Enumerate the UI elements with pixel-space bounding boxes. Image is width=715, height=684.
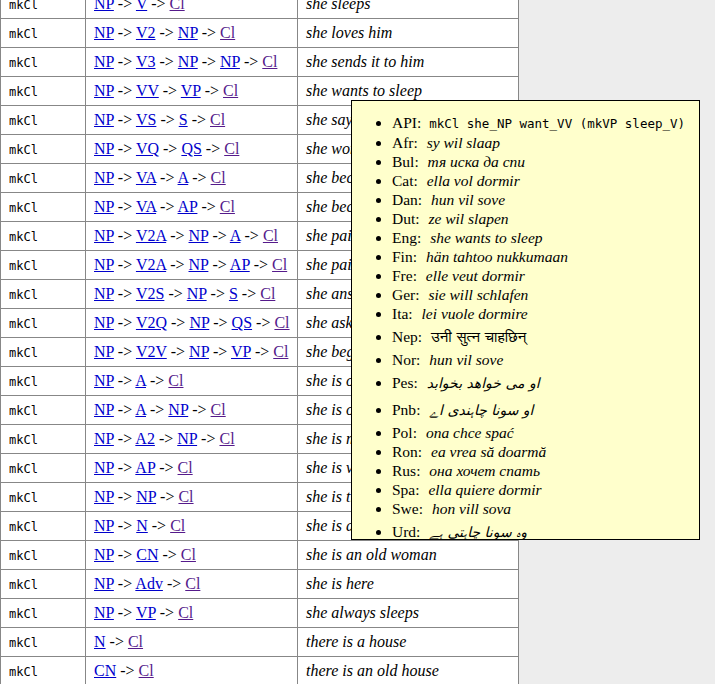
category-link[interactable]: A [135, 372, 146, 389]
category-link[interactable]: Cl [260, 285, 275, 302]
category-link[interactable]: V2V [136, 343, 167, 360]
category-link[interactable]: S [229, 285, 238, 302]
category-link[interactable]: Cl [181, 546, 196, 563]
category-link[interactable]: A2 [135, 430, 155, 447]
category-link[interactable]: NP [94, 169, 114, 186]
category-link[interactable]: NP [189, 343, 209, 360]
category-link[interactable]: NP [94, 53, 114, 70]
category-link[interactable]: NP [94, 227, 114, 244]
rule-arrow: -> [114, 517, 136, 534]
category-link[interactable]: Cl [168, 372, 183, 389]
category-link[interactable]: Cl [272, 256, 287, 273]
category-link[interactable]: Cl [170, 517, 185, 534]
category-link[interactable]: V2A [136, 227, 166, 244]
category-link[interactable]: V2A [136, 256, 166, 273]
category-link[interactable]: NP [94, 343, 114, 360]
category-link[interactable]: Cl [178, 604, 193, 621]
category-link[interactable]: NP [94, 546, 114, 563]
category-link[interactable]: A [178, 169, 189, 186]
translation-item: Bul тя иска да спи [392, 153, 693, 171]
category-link[interactable]: NP [94, 604, 114, 621]
category-link[interactable]: QS [181, 140, 201, 157]
category-link[interactable]: VS [136, 111, 156, 128]
category-link[interactable]: NP [189, 227, 209, 244]
category-link[interactable]: NP [94, 401, 114, 418]
category-link[interactable]: NP [94, 24, 114, 41]
category-link[interactable]: Cl [274, 314, 289, 331]
category-link[interactable]: AP [135, 459, 155, 476]
category-link[interactable]: VA [136, 169, 156, 186]
category-link[interactable]: NP [189, 314, 209, 331]
category-link[interactable]: Cl [224, 140, 239, 157]
category-link[interactable]: S [179, 111, 188, 128]
category-link[interactable]: AP [230, 256, 250, 273]
category-link[interactable]: N [136, 517, 148, 534]
category-link[interactable]: NP [189, 256, 209, 273]
category-link[interactable]: NP [94, 488, 114, 505]
category-link[interactable]: NP [94, 372, 114, 389]
category-link[interactable]: NP [94, 517, 114, 534]
category-link[interactable]: NP [94, 140, 114, 157]
category-link[interactable]: N [94, 633, 106, 650]
category-link[interactable]: Cl [139, 662, 154, 679]
category-link[interactable]: Cl [210, 111, 225, 128]
table-row: mkCl NP -> V3 -> NP -> NP -> Cl she send… [1, 48, 519, 77]
rule-arrow: -> [114, 111, 136, 128]
category-link[interactable]: VP [181, 82, 201, 99]
category-link[interactable]: Cl [273, 343, 288, 360]
category-link[interactable]: Adv [135, 575, 163, 592]
category-link[interactable]: QS [232, 314, 252, 331]
category-link[interactable]: CN [94, 662, 116, 679]
category-link[interactable]: CN [136, 546, 158, 563]
category-link[interactable]: Cl [178, 459, 193, 476]
category-link[interactable]: Cl [170, 0, 185, 12]
rule-arrow: -> [238, 285, 260, 302]
category-link[interactable]: Cl [263, 227, 278, 244]
category-link[interactable]: NP [94, 111, 114, 128]
category-link[interactable]: Cl [262, 53, 277, 70]
category-link[interactable]: Cl [220, 24, 235, 41]
category-link[interactable]: NP [94, 314, 114, 331]
category-link[interactable]: Cl [220, 198, 235, 215]
category-link[interactable]: NP [94, 198, 114, 215]
category-link[interactable]: A [230, 227, 241, 244]
category-link[interactable]: Cl [219, 430, 234, 447]
category-link[interactable]: NP [178, 53, 198, 70]
category-link[interactable]: V2Q [136, 314, 167, 331]
category-link[interactable]: NP [94, 256, 114, 273]
rule-cell: NP -> VP -> Cl [86, 599, 298, 628]
category-link[interactable]: NP [94, 82, 114, 99]
category-link[interactable]: VV [136, 82, 159, 99]
category-link[interactable]: V [136, 0, 147, 12]
category-link[interactable]: Cl [223, 82, 238, 99]
category-link[interactable]: NP [94, 285, 114, 302]
category-link[interactable]: NP [136, 488, 156, 505]
category-link[interactable]: Cl [185, 575, 200, 592]
category-link[interactable]: VA [136, 198, 156, 215]
rule-arrow: -> [114, 401, 135, 418]
category-link[interactable]: NP [220, 53, 240, 70]
rule-arrow: -> [250, 256, 272, 273]
category-link[interactable]: V3 [136, 53, 156, 70]
category-link[interactable]: NP [94, 430, 114, 447]
category-link[interactable]: Cl [128, 633, 143, 650]
category-link[interactable]: NP [94, 459, 114, 476]
category-link[interactable]: NP [168, 401, 188, 418]
category-link[interactable]: Cl [211, 401, 226, 418]
translation-item: Eng she wants to sleep [392, 229, 693, 247]
category-link[interactable]: NP [94, 575, 114, 592]
category-link[interactable]: NP [94, 0, 114, 12]
category-link[interactable]: V2 [136, 24, 156, 41]
category-link[interactable]: NP [178, 24, 198, 41]
rule-arrow: -> [208, 227, 229, 244]
category-link[interactable]: A [135, 401, 146, 418]
category-link[interactable]: Cl [178, 488, 193, 505]
category-link[interactable]: Cl [211, 169, 226, 186]
category-link[interactable]: VP [136, 604, 156, 621]
category-link[interactable]: NP [177, 430, 197, 447]
category-link[interactable]: NP [187, 285, 207, 302]
category-link[interactable]: VQ [136, 140, 159, 157]
category-link[interactable]: V2S [136, 285, 164, 302]
category-link[interactable]: VP [231, 343, 251, 360]
category-link[interactable]: AP [178, 198, 198, 215]
